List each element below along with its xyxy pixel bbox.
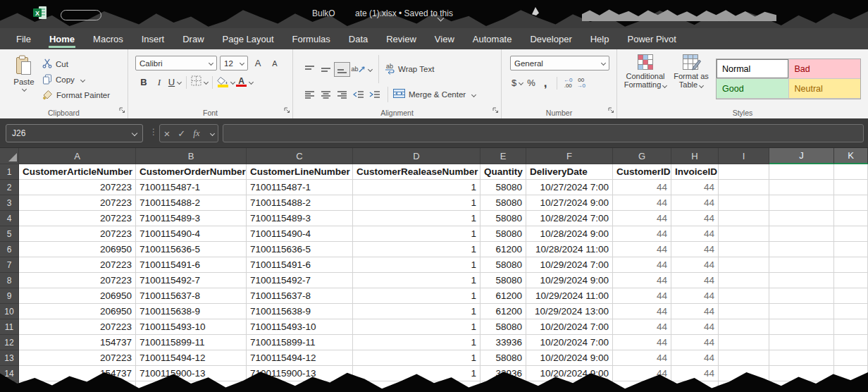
cell-J7[interactable] <box>769 257 834 273</box>
cell-J11[interactable] <box>769 319 834 335</box>
cell-G11[interactable]: 44 <box>613 319 671 335</box>
cell-F13[interactable]: 10/20/2024 9:00 <box>526 350 613 366</box>
cell-C10[interactable]: 7100115638-9 <box>247 304 353 319</box>
cell-B3[interactable]: 7100115488-2 <box>136 195 247 211</box>
font-dialog-launcher-icon[interactable] <box>283 104 290 116</box>
row-header-12[interactable]: 12 <box>0 335 19 350</box>
cell-E5[interactable]: 58080 <box>480 226 526 242</box>
cell-J6[interactable] <box>769 242 834 257</box>
cell-F5[interactable]: 10/28/2024 9:00 <box>526 226 613 242</box>
cell-J9[interactable] <box>769 288 834 304</box>
decrease-decimal-button[interactable]: 00 →0 <box>576 78 585 89</box>
name-box[interactable]: J26 <box>6 124 143 142</box>
grow-font-button[interactable]: A <box>251 56 265 71</box>
cell-E8[interactable]: 58080 <box>480 273 526 288</box>
cell-C6[interactable]: 7100115636-5 <box>247 242 353 257</box>
clipboard-dialog-launcher-icon[interactable] <box>118 104 125 116</box>
cell-G10[interactable]: 44 <box>613 304 671 319</box>
cell-F12[interactable]: 10/20/2024 7:00 <box>526 335 613 350</box>
enter-button[interactable]: ✓ <box>178 128 185 139</box>
row-header-11[interactable]: 11 <box>0 319 19 335</box>
cell-C7[interactable]: 7100115491-6 <box>247 257 353 273</box>
align-left-button[interactable] <box>302 87 318 102</box>
cell-I4[interactable] <box>719 211 769 226</box>
tab-page-layout[interactable]: Page Layout <box>213 28 283 49</box>
insert-function-button[interactable]: fx <box>193 128 199 139</box>
row-header-2[interactable]: 2 <box>0 180 19 195</box>
cell-H6[interactable]: 44 <box>671 242 719 257</box>
cell-K5[interactable] <box>834 226 868 242</box>
cell-G1[interactable]: CustomerID <box>613 164 671 180</box>
cell-C2[interactable]: 7100115487-1 <box>247 180 353 195</box>
row-header-6[interactable]: 6 <box>0 242 19 257</box>
cell-C13[interactable]: 7100115494-12 <box>247 350 353 366</box>
cell-H8[interactable]: 44 <box>671 273 719 288</box>
tab-draw[interactable]: Draw <box>173 28 213 49</box>
cell-A11[interactable]: 207223 <box>19 319 136 335</box>
cell-D8[interactable]: 1 <box>353 273 480 288</box>
cell-H2[interactable]: 44 <box>671 180 719 195</box>
cell-I6[interactable] <box>719 242 769 257</box>
cell-H10[interactable]: 44 <box>671 304 719 319</box>
cell-I10[interactable] <box>719 304 769 319</box>
column-header-H[interactable]: H <box>671 148 719 164</box>
cell-B10[interactable]: 7100115638-9 <box>136 304 247 319</box>
cell-I13[interactable] <box>719 350 769 366</box>
cell-K13[interactable] <box>834 350 868 366</box>
tab-view[interactable]: View <box>426 28 464 49</box>
cell-G12[interactable]: 44 <box>613 335 671 350</box>
number-dialog-launcher-icon[interactable] <box>607 104 614 116</box>
column-header-K[interactable]: K <box>834 148 868 164</box>
cell-D4[interactable]: 1 <box>353 211 480 226</box>
cell-F7[interactable]: 10/29/2024 7:00 <box>526 257 613 273</box>
cell-E9[interactable]: 61200 <box>480 288 526 304</box>
align-top-button[interactable] <box>302 62 318 77</box>
cell-F1[interactable]: DeliveryDate <box>526 164 613 180</box>
cell-K9[interactable] <box>834 288 868 304</box>
column-header-E[interactable]: E <box>480 148 526 164</box>
cell-E11[interactable]: 58080 <box>480 319 526 335</box>
cell-F10[interactable]: 10/29/2024 13:00 <box>526 304 613 319</box>
autosave-toggle-remnant[interactable] <box>61 10 101 20</box>
cell-B4[interactable]: 7100115489-3 <box>136 211 247 226</box>
cell-style-neutral[interactable]: Neutral <box>789 79 861 98</box>
cell-A8[interactable]: 207223 <box>19 273 136 288</box>
cell-D6[interactable]: 1 <box>353 242 480 257</box>
tab-file[interactable]: File <box>7 28 40 49</box>
cell-C8[interactable]: 7100115492-7 <box>247 273 353 288</box>
cell-B1[interactable]: CustomerOrderNumber <box>136 164 247 180</box>
cell-I11[interactable] <box>719 319 769 335</box>
cell-K4[interactable] <box>834 211 868 226</box>
cell-F3[interactable]: 10/27/2024 9:00 <box>526 195 613 211</box>
cell-F11[interactable]: 10/20/2024 7:00 <box>526 319 613 335</box>
column-header-F[interactable]: F <box>526 148 613 164</box>
fx-chevron-icon[interactable] <box>209 130 214 135</box>
cell-J4[interactable] <box>769 211 834 226</box>
cell-D10[interactable]: 1 <box>353 304 480 319</box>
row-header-1[interactable]: 1 <box>0 164 19 180</box>
cell-H9[interactable]: 44 <box>671 288 719 304</box>
tab-home[interactable]: Home <box>40 28 84 49</box>
tab-macros[interactable]: Macros <box>84 28 132 49</box>
align-right-button[interactable] <box>334 87 350 102</box>
cell-G5[interactable]: 44 <box>613 226 671 242</box>
cell-K2[interactable] <box>834 180 868 195</box>
cell-style-bad[interactable]: Bad <box>789 59 861 78</box>
align-center-button[interactable] <box>318 87 334 102</box>
cell-E6[interactable]: 61200 <box>480 242 526 257</box>
cell-G2[interactable]: 44 <box>613 180 671 195</box>
cell-A7[interactable]: 207223 <box>19 257 136 273</box>
column-header-G[interactable]: G <box>613 148 671 164</box>
tab-formulas[interactable]: Formulas <box>283 28 340 49</box>
conditional-formatting-button[interactable]: Conditional Formatting <box>621 54 669 89</box>
row-header-10[interactable]: 10 <box>0 304 19 319</box>
cell-E3[interactable]: 58080 <box>480 195 526 211</box>
cell-G9[interactable]: 44 <box>613 288 671 304</box>
cell-G6[interactable]: 44 <box>613 242 671 257</box>
row-header-4[interactable]: 4 <box>0 211 19 226</box>
cell-B2[interactable]: 7100115487-1 <box>136 180 247 195</box>
column-header-C[interactable]: C <box>247 148 353 164</box>
cell-E10[interactable]: 61200 <box>480 304 526 319</box>
row-header-7[interactable]: 7 <box>0 257 19 273</box>
cell-B5[interactable]: 7100115490-4 <box>136 226 247 242</box>
